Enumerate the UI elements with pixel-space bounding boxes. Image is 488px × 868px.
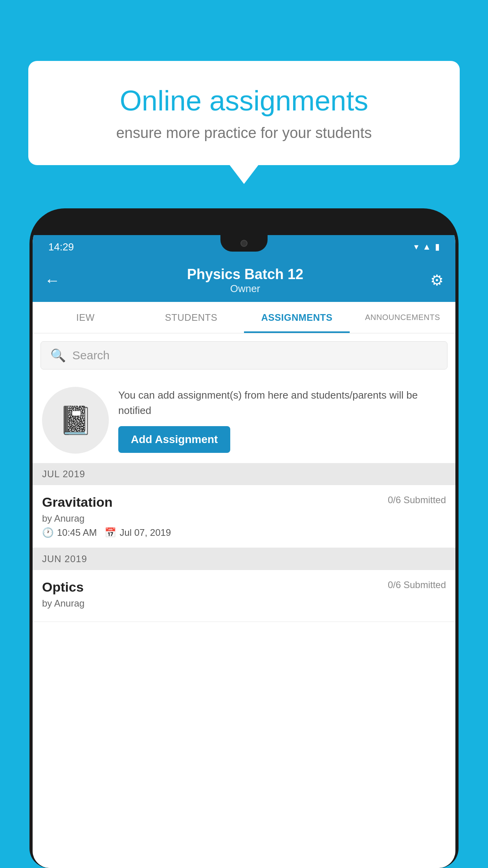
app-header: ← Physics Batch 12 Owner ⚙ — [33, 259, 455, 302]
speech-bubble: Online assignments ensure more practice … — [28, 61, 460, 165]
assignment-optics[interactable]: Optics 0/6 Submitted by Anurag — [33, 570, 455, 622]
assignment-name-optics: Optics — [42, 579, 84, 595]
back-button[interactable]: ← — [44, 272, 60, 289]
tab-assignments[interactable]: ASSIGNMENTS — [244, 302, 350, 333]
phone-screen: 14:29 ▾ ▲ ▮ ← Physics Batch 12 Owner ⚙ — [33, 235, 455, 868]
status-icons: ▾ ▲ ▮ — [414, 242, 440, 252]
promo-text: You can add assignment(s) from here and … — [118, 388, 446, 418]
status-time: 14:29 — [48, 241, 74, 253]
time-meta: 🕐 10:45 AM — [42, 527, 97, 538]
wifi-icon: ▾ — [414, 242, 418, 252]
add-assignment-button[interactable]: Add Assignment — [118, 426, 230, 453]
assignment-date: Jul 07, 2019 — [119, 527, 171, 538]
camera — [240, 240, 248, 247]
search-bar[interactable]: 🔍 Search — [40, 341, 448, 370]
tab-announcements[interactable]: ANNOUNCEMENTS — [350, 302, 455, 333]
assignment-by: by Anurag — [42, 513, 446, 524]
assignment-submitted-optics: 0/6 Submitted — [388, 579, 446, 590]
header-title-group: Physics Batch 12 Owner — [187, 266, 303, 295]
tabs-bar: IEW STUDENTS ASSIGNMENTS ANNOUNCEMENTS — [33, 302, 455, 333]
tab-students[interactable]: STUDENTS — [138, 302, 244, 333]
tab-iew[interactable]: IEW — [33, 302, 138, 333]
status-bar: 14:29 ▾ ▲ ▮ — [33, 235, 455, 259]
clock-icon: 🕐 — [42, 527, 54, 538]
notch — [220, 235, 268, 252]
phone-frame: 14:29 ▾ ▲ ▮ ← Physics Batch 12 Owner ⚙ — [29, 208, 459, 868]
assignment-top-row: Gravitation 0/6 Submitted — [42, 495, 446, 510]
assignment-name: Gravitation — [42, 495, 112, 510]
settings-icon[interactable]: ⚙ — [430, 272, 444, 289]
assignment-meta: 🕐 10:45 AM 📅 Jul 07, 2019 — [42, 527, 446, 538]
phone-inner: 14:29 ▾ ▲ ▮ ← Physics Batch 12 Owner ⚙ — [33, 211, 455, 868]
battery-icon: ▮ — [435, 242, 440, 252]
speech-bubble-subtitle: ensure more practice for your students — [56, 125, 432, 142]
section-jul-2019: JUL 2019 — [33, 463, 455, 485]
assignment-by-optics: by Anurag — [42, 598, 446, 609]
promo-section: 📓 You can add assignment(s) from here an… — [33, 377, 455, 463]
notebook-icon: 📓 — [59, 404, 93, 436]
promo-icon-circle: 📓 — [42, 387, 109, 454]
calendar-icon: 📅 — [105, 527, 116, 538]
speech-bubble-container: Online assignments ensure more practice … — [28, 61, 460, 165]
header-title: Physics Batch 12 — [187, 266, 303, 283]
header-subtitle: Owner — [187, 283, 303, 295]
assignment-gravitation[interactable]: Gravitation 0/6 Submitted by Anurag 🕐 10… — [33, 485, 455, 548]
search-bar-container: 🔍 Search — [33, 333, 455, 377]
screen-content: 🔍 Search 📓 You can add assignment(s) fro… — [33, 333, 455, 868]
speech-bubble-title: Online assignments — [56, 85, 432, 117]
assignment-submitted: 0/6 Submitted — [388, 495, 446, 506]
search-input[interactable]: Search — [72, 349, 110, 362]
search-icon: 🔍 — [50, 348, 66, 363]
section-jun-2019: JUN 2019 — [33, 548, 455, 570]
signal-icon: ▲ — [422, 242, 431, 252]
assignment-time: 10:45 AM — [57, 527, 97, 538]
promo-right: You can add assignment(s) from here and … — [118, 388, 446, 453]
date-meta: 📅 Jul 07, 2019 — [105, 527, 171, 538]
assignment-top-row-optics: Optics 0/6 Submitted — [42, 579, 446, 595]
